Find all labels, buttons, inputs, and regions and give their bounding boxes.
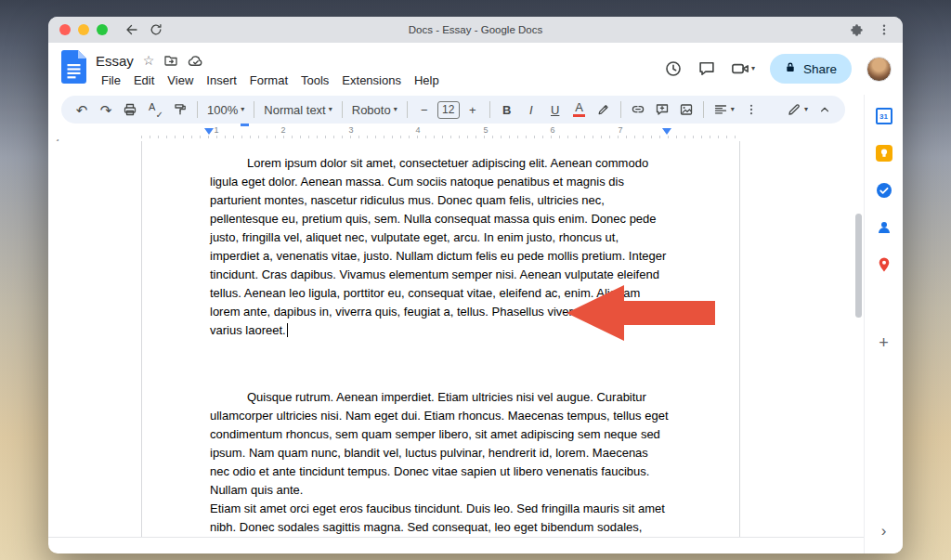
paint-format-button[interactable] bbox=[169, 98, 191, 121]
share-label: Share bbox=[803, 62, 837, 76]
more-toolbar-options-button[interactable] bbox=[740, 98, 762, 121]
spell-check-button[interactable]: A✓ bbox=[143, 98, 167, 121]
ruler-number: 7 bbox=[616, 125, 624, 135]
ruler-ticks bbox=[141, 136, 740, 138]
maps-icon[interactable] bbox=[876, 256, 892, 273]
print-button[interactable] bbox=[119, 98, 141, 121]
undo-button[interactable]: ↶ bbox=[71, 98, 93, 121]
tasks-icon[interactable] bbox=[876, 182, 892, 199]
toolbar-divider bbox=[620, 101, 621, 118]
close-window-button[interactable] bbox=[59, 24, 71, 35]
star-icon[interactable]: ☆ bbox=[143, 53, 155, 68]
document-title[interactable]: Essay bbox=[96, 53, 134, 69]
menu-view[interactable]: View bbox=[162, 72, 199, 88]
add-comment-button[interactable] bbox=[651, 98, 673, 121]
window-controls bbox=[59, 24, 108, 35]
toolbar-divider bbox=[703, 101, 704, 118]
comment-history-icon[interactable] bbox=[697, 59, 716, 78]
contacts-icon[interactable] bbox=[876, 219, 892, 236]
minimize-window-button[interactable] bbox=[78, 24, 89, 35]
menu-bar: File Edit View Insert Format Tools Exten… bbox=[96, 72, 445, 88]
spell-a-glyph: A bbox=[149, 101, 155, 112]
cloud-status-icon[interactable] bbox=[188, 53, 203, 69]
highlight-color-button[interactable] bbox=[593, 98, 615, 121]
increase-font-size-button[interactable]: + bbox=[462, 98, 484, 121]
left-indent-marker[interactable] bbox=[204, 128, 214, 135]
paragraph-2[interactable]: Quisque rutrum. Aenean imperdiet. Etiam … bbox=[210, 388, 670, 500]
first-line-indent-marker[interactable] bbox=[241, 124, 249, 126]
share-button[interactable]: Share bbox=[770, 54, 852, 84]
zoom-dropdown[interactable]: 100% ▾ bbox=[203, 98, 248, 121]
title-row: Essay ☆ bbox=[96, 49, 445, 72]
ruler-number: 3 bbox=[346, 125, 355, 135]
header-actions: ▾ Share bbox=[664, 54, 892, 84]
horizontal-ruler[interactable]: 1 2 3 4 5 6 7 bbox=[48, 124, 864, 141]
font-value: Roboto bbox=[352, 103, 391, 117]
font-caret-icon: ▾ bbox=[394, 106, 397, 113]
toolbar: ↶ ↷ A✓ 100% ▾ Normal text bbox=[61, 96, 845, 124]
keep-icon[interactable] bbox=[876, 145, 892, 162]
ruler-number: 4 bbox=[413, 125, 422, 135]
menu-extensions[interactable]: Extensions bbox=[336, 72, 407, 88]
text-color-button[interactable]: A bbox=[568, 98, 591, 121]
underline-button[interactable]: U bbox=[544, 98, 567, 121]
menu-format[interactable]: Format bbox=[244, 72, 293, 88]
redo-button[interactable]: ↷ bbox=[95, 98, 117, 121]
docs-logo[interactable] bbox=[61, 50, 86, 87]
align-caret-icon: ▾ bbox=[731, 106, 735, 113]
decrease-font-size-button[interactable]: − bbox=[413, 98, 436, 121]
collapse-menus-button[interactable] bbox=[814, 98, 836, 121]
paragraph-style-dropdown[interactable]: Normal text ▾ bbox=[260, 98, 335, 121]
extensions-icon[interactable] bbox=[849, 22, 864, 37]
right-indent-marker[interactable] bbox=[662, 128, 671, 135]
paragraph-3[interactable]: Etiam sit amet orci eget eros faucibus t… bbox=[210, 500, 670, 538]
bold-button[interactable]: B bbox=[496, 98, 518, 121]
zoom-value: 100% bbox=[207, 103, 238, 117]
titlebar-right bbox=[849, 22, 892, 37]
meet-video-icon[interactable]: ▾ bbox=[731, 59, 755, 78]
align-dropdown[interactable]: ▾ bbox=[710, 98, 738, 121]
menu-insert[interactable]: Insert bbox=[201, 72, 242, 88]
calendar-icon[interactable]: 31 bbox=[876, 108, 892, 124]
browser-titlebar: Docs - Essay - Google Docs bbox=[48, 17, 903, 43]
text-color-glyph: A bbox=[575, 102, 583, 113]
annotation-arrow-icon bbox=[567, 283, 715, 343]
style-caret-icon: ▾ bbox=[329, 106, 332, 113]
ruler-number: 6 bbox=[548, 125, 556, 135]
italic-button[interactable]: I bbox=[520, 98, 542, 121]
vertical-scrollbar[interactable] bbox=[855, 214, 862, 318]
menu-help[interactable]: Help bbox=[409, 72, 445, 88]
lock-icon bbox=[785, 61, 796, 76]
back-icon[interactable] bbox=[124, 22, 139, 37]
font-size-input[interactable]: 12 bbox=[437, 101, 460, 119]
meet-caret-icon[interactable]: ▾ bbox=[751, 65, 755, 72]
ruler-number: 5 bbox=[481, 125, 489, 135]
side-panel: 31 + › bbox=[864, 95, 903, 553]
spell-check-glyph: ✓ bbox=[156, 110, 163, 120]
font-dropdown[interactable]: Roboto ▾ bbox=[348, 98, 401, 121]
add-side-panel-app-button[interactable]: + bbox=[879, 334, 889, 351]
style-value: Normal text bbox=[264, 103, 325, 117]
fullscreen-window-button[interactable] bbox=[97, 24, 108, 35]
editing-mode-caret-icon: ▾ bbox=[804, 106, 808, 113]
profile-avatar[interactable] bbox=[866, 57, 892, 82]
window-title: Docs - Essay - Google Docs bbox=[48, 24, 903, 35]
insert-link-button[interactable] bbox=[627, 98, 649, 121]
docs-header: Essay ☆ File Edit View Insert Format Too… bbox=[48, 43, 903, 95]
reload-icon[interactable] bbox=[149, 22, 163, 37]
document-canvas[interactable]: Lorem ipsum dolor sit amet, consectetuer… bbox=[48, 141, 864, 538]
title-block: Essay ☆ File Edit View Insert Format Too… bbox=[96, 49, 445, 88]
hide-side-panel-button[interactable]: › bbox=[881, 522, 887, 540]
menu-edit[interactable]: Edit bbox=[128, 72, 160, 88]
desktop-wallpaper: Docs - Essay - Google Docs bbox=[0, 0, 951, 560]
toolbar-divider bbox=[489, 101, 490, 118]
move-folder-icon[interactable] bbox=[163, 53, 178, 68]
menu-tools[interactable]: Tools bbox=[295, 72, 334, 88]
menu-file[interactable]: File bbox=[96, 72, 126, 88]
text-cursor bbox=[287, 323, 289, 337]
editing-mode-dropdown[interactable]: ▾ bbox=[783, 98, 812, 121]
toolbar-row: ↶ ↷ A✓ 100% ▾ Normal text bbox=[48, 96, 903, 124]
version-history-icon[interactable] bbox=[664, 59, 683, 78]
browser-menu-icon[interactable] bbox=[877, 22, 892, 37]
insert-image-button[interactable] bbox=[675, 98, 697, 121]
